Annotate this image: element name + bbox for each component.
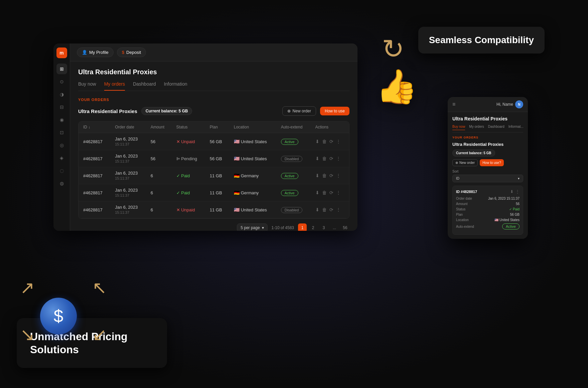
tab-my-orders[interactable]: My orders	[104, 81, 125, 91]
page-1[interactable]: 1	[298, 223, 307, 231]
page-2[interactable]: 2	[309, 223, 317, 231]
orders-header: Ultra Residential Proxies Current balanc…	[78, 106, 349, 116]
more-icon[interactable]: ⋮	[336, 173, 341, 178]
arrow-bottom-right-icon: ↙	[92, 324, 107, 345]
refresh-icon[interactable]: ⟳	[329, 207, 333, 212]
cell-amount: 6	[146, 201, 172, 218]
mobile-topbar: ≡ Hi, Name N	[448, 97, 528, 112]
refresh-icon[interactable]: ⟳	[329, 156, 333, 161]
sidebar-item-settings[interactable]: ◌	[56, 165, 67, 176]
sidebar-item-dashboard[interactable]: ⊞	[56, 64, 67, 74]
sidebar-item-globe[interactable]: ⊙	[56, 76, 67, 87]
cell-date: Jan 6, 202315:11:37	[110, 184, 146, 201]
cell-actions: ⬇ 🗑 ⟳ ⋮	[311, 167, 349, 184]
status-paid: ✓ Paid	[176, 190, 200, 195]
sidebar-item-grid[interactable]: ⊟	[56, 102, 67, 112]
col-actions: Actions	[311, 121, 349, 133]
table-row: #4628817 Jan 6, 202315:11:37 6 ✕ Unpaid …	[79, 201, 349, 218]
refresh-icon[interactable]: ⟳	[329, 173, 333, 178]
mobile-amount-value: 56	[516, 202, 520, 206]
mobile-plan-value: 56 GB	[510, 213, 520, 216]
refresh-icon[interactable]: ⟳	[329, 190, 333, 195]
sidebar-item-person[interactable]: ◉	[56, 114, 67, 125]
badge-active: Active	[281, 173, 298, 179]
sidebar-item-shield[interactable]: ⊡	[56, 127, 67, 138]
how-to-use-button[interactable]: How to use	[320, 107, 349, 115]
delete-icon[interactable]: 🗑	[322, 207, 327, 212]
my-profile-label: My Profile	[89, 50, 109, 55]
more-icon[interactable]: ⋮	[336, 156, 341, 161]
sidebar-item-chart[interactable]: ◑	[56, 89, 67, 100]
col-order-date[interactable]: Order date	[110, 121, 146, 133]
sidebar-item-eye[interactable]: ◈	[56, 153, 67, 163]
mobile-plan-label: Plan	[456, 213, 463, 216]
deposit-icon: $	[122, 50, 124, 55]
download-icon[interactable]: ⬇	[315, 156, 319, 161]
chevron-down-icon: ▾	[262, 225, 264, 230]
mobile-download-icon[interactable]: ⬇	[510, 189, 513, 194]
mobile-tab-my-orders[interactable]: My orders	[469, 125, 484, 130]
more-icon[interactable]: ⋮	[336, 190, 341, 195]
cell-id: #4628817	[79, 184, 110, 201]
pagination: 5 per page ▾ 1-10 of 4583 1 2 3 ... 56	[78, 223, 349, 231]
mobile-order-date-value: Jan 6, 2023 15:11:37	[488, 197, 520, 200]
delete-icon[interactable]: 🗑	[322, 190, 327, 195]
cell-actions: ⬇ 🗑 ⟳ ⋮	[311, 184, 349, 201]
cell-auto-extend: Disabled	[276, 150, 311, 167]
download-icon[interactable]: ⬇	[315, 190, 319, 195]
new-order-button[interactable]: ⊕ New order	[282, 106, 316, 116]
mobile-tab-dashboard[interactable]: Dashboard	[488, 125, 504, 130]
page-3[interactable]: 3	[319, 223, 328, 231]
hamburger-icon[interactable]: ≡	[452, 101, 455, 107]
cell-auto-extend: Active	[276, 133, 311, 150]
col-amount: Amount	[146, 121, 172, 133]
refresh-icon[interactable]: ⟳	[329, 139, 333, 144]
col-id[interactable]: ID ↓	[79, 121, 110, 133]
seamless-card: Seamless Compatibility	[418, 27, 545, 54]
cell-date: Jan 6, 202315:11:37	[110, 133, 146, 150]
delete-icon[interactable]: 🗑	[322, 173, 327, 178]
page-last[interactable]: 56	[341, 223, 349, 231]
mobile-status-label: Status	[456, 207, 465, 211]
table-row: #4628817 Jan 6, 202315:11:37 56 ✕ Unpaid…	[79, 133, 349, 150]
mobile-how-to-button[interactable]: How to use?	[480, 159, 504, 166]
more-icon[interactable]: ⋮	[336, 207, 341, 212]
mobile-detail-amount-row: Amount 56	[456, 202, 520, 206]
mobile-sort-select[interactable]: ID ▾	[452, 175, 523, 182]
cell-actions: ⬇ 🗑 ⟳ ⋮	[311, 133, 349, 150]
cell-auto-extend: Active	[276, 184, 311, 201]
col-auto-extend: Auto-extend	[276, 121, 311, 133]
delete-icon[interactable]: 🗑	[322, 156, 327, 161]
status-unpaid: ✕ Unpaid	[176, 207, 200, 212]
mobile-tab-buy-now[interactable]: Buy now	[452, 125, 465, 130]
orders-table: ID ↓ Order date Amount Status Plan Locat…	[78, 121, 349, 219]
sidebar-item-user-plus[interactable]: ◍	[56, 178, 67, 189]
mobile-auto-extend-value: Active	[502, 223, 520, 229]
tab-information[interactable]: Information	[164, 81, 187, 91]
tab-dashboard[interactable]: Dashboard	[133, 81, 156, 91]
table-row: #4628817 Jan 6, 202315:11:37 6 ✓ Paid 11…	[79, 167, 349, 184]
mobile-orders-title: Ultra Residential Proxies	[452, 142, 523, 147]
more-icon[interactable]: ⋮	[336, 139, 341, 144]
tab-buy-now[interactable]: Buy now	[78, 81, 96, 91]
circular-arrow-icon: ↻	[382, 33, 404, 65]
per-page-select[interactable]: 5 per page ▾	[237, 223, 267, 231]
delete-icon[interactable]: 🗑	[322, 139, 327, 144]
col-plan: Plan	[205, 121, 229, 133]
mobile-more-icon[interactable]: ⋮	[516, 189, 520, 194]
mobile-tab-information[interactable]: Informat...	[508, 125, 523, 130]
mobile-new-order-button[interactable]: ⊕ New order	[452, 159, 478, 166]
mobile-tabs: Buy now My orders Dashboard Informat...	[452, 125, 523, 132]
plus-icon: ⊕	[287, 109, 291, 113]
cell-actions: ⬇ 🗑 ⟳ ⋮	[311, 150, 349, 167]
mobile-location-label: Location	[456, 218, 469, 222]
cell-amount: 6	[146, 184, 172, 201]
sidebar-item-rotate[interactable]: ◎	[56, 140, 67, 151]
my-profile-button[interactable]: 👤 My Profile	[77, 47, 114, 57]
download-icon[interactable]: ⬇	[315, 139, 319, 144]
page-numbers: 1 2 3 ... 56	[298, 223, 349, 231]
deposit-button[interactable]: $ Deposit	[117, 47, 146, 57]
mobile-detail-plan-row: Plan 56 GB	[456, 213, 520, 216]
download-icon[interactable]: ⬇	[315, 173, 319, 178]
download-icon[interactable]: ⬇	[315, 207, 319, 212]
